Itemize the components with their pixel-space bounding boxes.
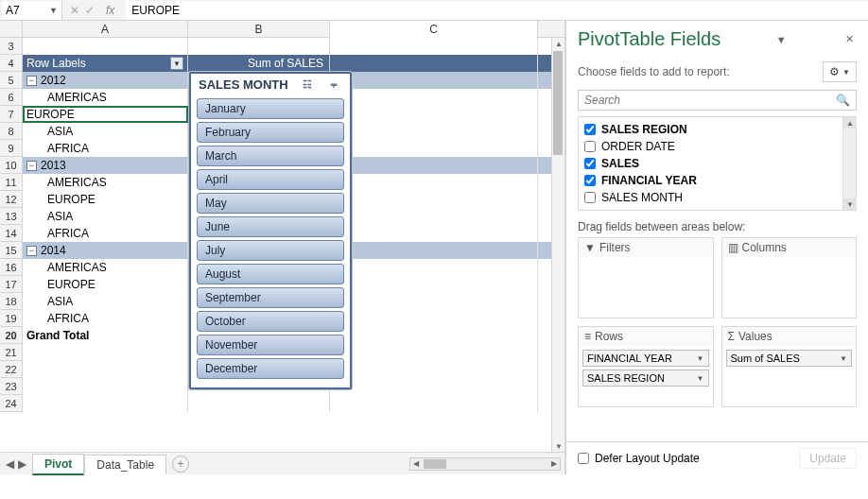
- row-header[interactable]: 16: [0, 259, 23, 276]
- add-sheet-button[interactable]: +: [172, 456, 189, 473]
- close-icon[interactable]: ✕: [842, 33, 857, 45]
- select-all-corner[interactable]: [0, 21, 23, 37]
- row-header[interactable]: 12: [0, 191, 23, 208]
- cell[interactable]: [330, 225, 538, 242]
- area-values[interactable]: ΣValues Sum of SALES▼: [721, 326, 858, 407]
- slicer-item[interactable]: August: [197, 264, 344, 284]
- row-header[interactable]: 7: [0, 106, 23, 123]
- cell[interactable]: [330, 140, 538, 157]
- column-header-a[interactable]: A: [23, 21, 188, 38]
- slicer-item[interactable]: January: [197, 98, 344, 119]
- update-button[interactable]: Update: [799, 448, 857, 469]
- cell[interactable]: [330, 55, 538, 72]
- cell[interactable]: [330, 361, 538, 378]
- row-header[interactable]: 11: [0, 174, 23, 191]
- field-list[interactable]: SALES REGIONORDER DATESALESFINANCIAL YEA…: [578, 116, 857, 211]
- row-header[interactable]: 21: [0, 344, 23, 361]
- cell[interactable]: AFRICA: [23, 310, 188, 327]
- cell[interactable]: AMERICAS: [23, 259, 188, 276]
- cell[interactable]: AMERICAS: [23, 89, 188, 106]
- cell[interactable]: [330, 327, 538, 344]
- cell[interactable]: AFRICA: [23, 140, 188, 157]
- row-header[interactable]: 3: [0, 38, 23, 55]
- field-item[interactable]: SALES: [579, 155, 856, 172]
- collapse-icon[interactable]: −: [26, 161, 37, 171]
- multi-select-icon[interactable]: ☷: [300, 78, 315, 91]
- cell[interactable]: ASIA: [23, 208, 188, 225]
- slicer-item[interactable]: October: [197, 311, 344, 332]
- cell[interactable]: −2012: [23, 72, 188, 89]
- chevron-down-icon[interactable]: ▼: [697, 374, 704, 383]
- field-item[interactable]: FINANCIAL YEAR: [579, 172, 856, 189]
- pane-options-icon[interactable]: ▼: [773, 34, 789, 45]
- clear-filter-icon[interactable]: ⫧: [326, 79, 342, 91]
- slicer-item[interactable]: February: [197, 122, 344, 143]
- scroll-down-icon[interactable]: ▼: [552, 440, 565, 452]
- cell[interactable]: [330, 276, 538, 293]
- cell[interactable]: [188, 38, 330, 55]
- chevron-down-icon[interactable]: ▼: [840, 354, 847, 363]
- area-field-chip[interactable]: FINANCIAL YEAR▼: [582, 350, 709, 367]
- cancel-icon[interactable]: ✕: [70, 4, 79, 17]
- slicer-item[interactable]: July: [197, 240, 344, 261]
- row-header[interactable]: 20: [0, 327, 23, 344]
- row-header[interactable]: 19: [0, 310, 23, 327]
- collapse-icon[interactable]: −: [26, 246, 37, 256]
- cell[interactable]: AFRICA: [23, 225, 188, 242]
- cell[interactable]: ASIA: [23, 293, 188, 310]
- cell[interactable]: Row Labels▼: [23, 55, 188, 72]
- cell[interactable]: EUROPE: [23, 106, 188, 123]
- area-field-chip[interactable]: SALES REGION▼: [582, 370, 709, 387]
- cell[interactable]: −2014: [23, 242, 188, 259]
- tab-nav-next-icon[interactable]: ▶: [18, 457, 26, 471]
- cell[interactable]: [330, 38, 538, 55]
- field-item[interactable]: SALES MONTH: [579, 189, 856, 206]
- cell[interactable]: ASIA: [23, 123, 188, 140]
- cell[interactable]: [330, 106, 538, 123]
- tab-nav-prev-icon[interactable]: ◀: [6, 457, 14, 471]
- slicer-item[interactable]: September: [197, 287, 344, 308]
- scroll-up-icon[interactable]: ▲: [843, 117, 857, 129]
- slicer-item[interactable]: June: [197, 216, 344, 237]
- cell[interactable]: [23, 361, 188, 378]
- slicer-item[interactable]: April: [197, 169, 344, 190]
- cell[interactable]: Sum of SALES: [188, 55, 330, 72]
- row-header[interactable]: 14: [0, 225, 23, 242]
- area-rows[interactable]: ≡Rows FINANCIAL YEAR▼SALES REGION▼: [578, 326, 714, 407]
- slicer-item[interactable]: December: [197, 358, 344, 379]
- scroll-thumb[interactable]: [553, 51, 563, 155]
- slicer-item[interactable]: March: [197, 146, 344, 166]
- cell[interactable]: [330, 174, 538, 191]
- row-header[interactable]: 17: [0, 276, 23, 293]
- area-field-chip[interactable]: Sum of SALES▼: [726, 350, 853, 367]
- row-header[interactable]: 13: [0, 208, 23, 225]
- cell[interactable]: [330, 242, 538, 259]
- horizontal-scrollbar[interactable]: ◀ ▶: [409, 457, 561, 471]
- cell[interactable]: [23, 395, 188, 412]
- chevron-down-icon[interactable]: ▼: [697, 354, 704, 363]
- cell[interactable]: Grand Total: [23, 327, 188, 344]
- cell[interactable]: EUROPE: [23, 191, 188, 208]
- cell[interactable]: [330, 395, 538, 412]
- field-item[interactable]: ORDER DATE: [579, 138, 856, 155]
- fx-icon[interactable]: fx: [100, 4, 120, 17]
- collapse-icon[interactable]: −: [26, 76, 37, 86]
- cell[interactable]: [330, 378, 538, 395]
- cell[interactable]: [330, 123, 538, 140]
- vertical-scrollbar[interactable]: ▲ ▼: [551, 38, 564, 452]
- field-checkbox[interactable]: [584, 192, 596, 203]
- filter-dropdown-icon[interactable]: ▼: [170, 57, 183, 70]
- cell[interactable]: [188, 395, 330, 412]
- name-box[interactable]: A7 ▼: [2, 1, 62, 20]
- field-checkbox[interactable]: [584, 175, 596, 186]
- scroll-right-icon[interactable]: ▶: [548, 458, 560, 470]
- tab-pivot[interactable]: Pivot: [32, 454, 84, 475]
- cell[interactable]: [330, 89, 538, 106]
- cell[interactable]: [330, 259, 538, 276]
- chevron-down-icon[interactable]: ▼: [49, 6, 58, 15]
- field-list-scrollbar[interactable]: ▲ ▼: [842, 117, 856, 210]
- field-item[interactable]: SALES REGION: [579, 121, 856, 138]
- row-header[interactable]: 18: [0, 293, 23, 310]
- search-icon[interactable]: 🔍: [836, 94, 850, 107]
- field-list-settings-button[interactable]: ⚙ ▼: [823, 61, 857, 82]
